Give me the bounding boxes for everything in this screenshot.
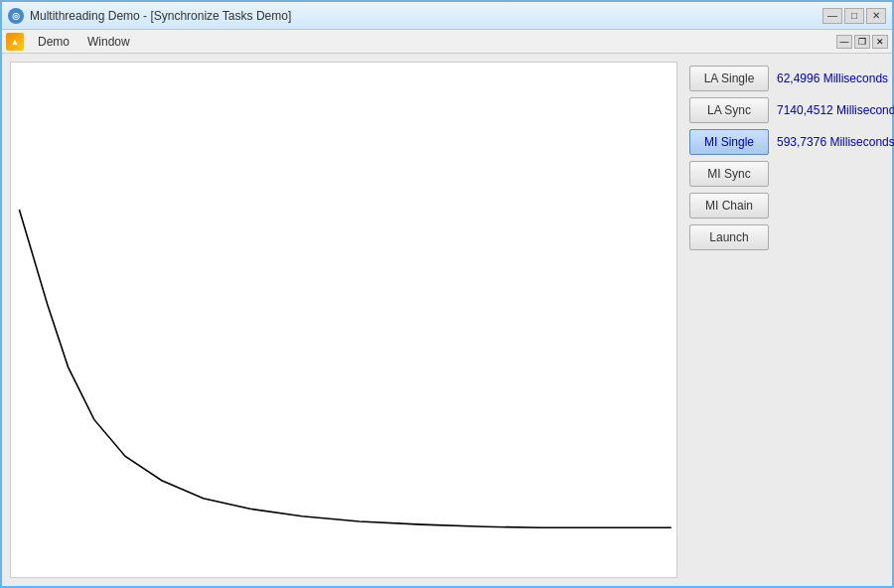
la-single-button[interactable]: LA Single bbox=[689, 66, 769, 91]
mi-single-result: 593,7376 Milliseconds bbox=[777, 135, 894, 149]
title-bar-left: ◎ Multithreading Demo - [Synchronize Tas… bbox=[8, 8, 291, 24]
chart-area bbox=[10, 62, 677, 578]
sidebar: LA Single 62,4996 Milliseconds LA Sync 7… bbox=[685, 62, 884, 578]
menu-bar: ▲ Demo Window — ❐ ✕ bbox=[2, 30, 892, 54]
main-window: ◎ Multithreading Demo - [Synchronize Tas… bbox=[0, 0, 894, 588]
sub-restore-button[interactable]: ❐ bbox=[854, 35, 870, 49]
title-bar-controls: — □ ✕ bbox=[822, 8, 886, 24]
sub-minimize-button[interactable]: — bbox=[836, 35, 852, 49]
app-icon: ◎ bbox=[8, 8, 24, 24]
sub-close-button[interactable]: ✕ bbox=[872, 35, 888, 49]
maximize-button[interactable]: □ bbox=[844, 8, 864, 24]
minimize-button[interactable]: — bbox=[822, 8, 842, 24]
mi-single-button[interactable]: MI Single bbox=[689, 129, 769, 155]
mi-sync-button[interactable]: MI Sync bbox=[689, 161, 769, 187]
content-area: LA Single 62,4996 Milliseconds LA Sync 7… bbox=[2, 54, 892, 586]
title-bar: ◎ Multithreading Demo - [Synchronize Tas… bbox=[2, 2, 892, 30]
btn-row-la-single: LA Single 62,4996 Milliseconds bbox=[689, 66, 880, 91]
app-logo: ▲ bbox=[6, 33, 24, 51]
chart-svg bbox=[11, 63, 676, 577]
btn-row-la-sync: LA Sync 7140,4512 Milliseconds bbox=[689, 97, 880, 123]
la-single-result: 62,4996 Milliseconds bbox=[777, 72, 888, 85]
la-sync-button[interactable]: LA Sync bbox=[689, 97, 769, 123]
menu-bar-right: — ❐ ✕ bbox=[836, 35, 888, 49]
menu-item-demo[interactable]: Demo bbox=[30, 33, 77, 51]
btn-row-launch: Launch bbox=[689, 224, 880, 250]
la-sync-result: 7140,4512 Milliseconds bbox=[777, 103, 894, 117]
btn-row-mi-sync: MI Sync bbox=[689, 161, 880, 187]
window-title: Multithreading Demo - [Synchronize Tasks… bbox=[30, 9, 291, 23]
mi-chain-button[interactable]: MI Chain bbox=[689, 193, 769, 219]
chart-line bbox=[19, 210, 670, 527]
close-button[interactable]: ✕ bbox=[866, 8, 886, 24]
btn-row-mi-chain: MI Chain bbox=[689, 193, 880, 219]
launch-button[interactable]: Launch bbox=[689, 224, 769, 250]
btn-row-mi-single: MI Single 593,7376 Milliseconds bbox=[689, 129, 880, 155]
menu-item-window[interactable]: Window bbox=[79, 33, 138, 51]
